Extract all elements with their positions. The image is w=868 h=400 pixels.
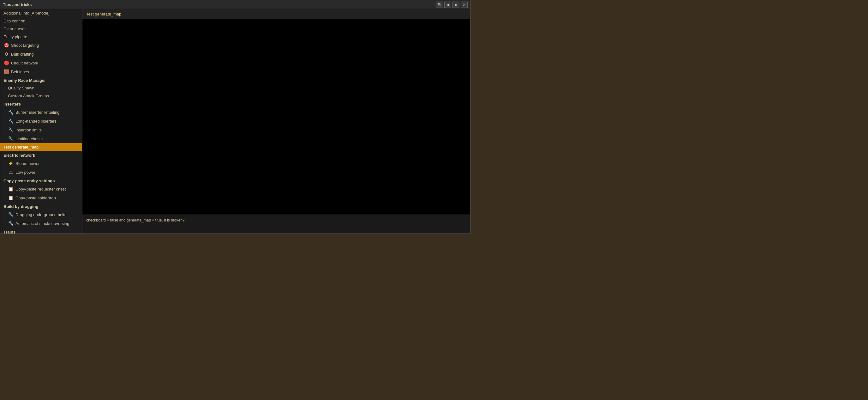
clear-cursor-label: Clear cursor (3, 27, 26, 31)
burner-inserter-icon: 🔧 (8, 109, 13, 115)
sidebar-item-dragging-underground[interactable]: 🔧Dragging underground belts (0, 210, 82, 219)
copy-paste-requester-icon: 📋 (8, 186, 13, 192)
sidebar-item-e-to-confirm[interactable]: E to confirm (0, 17, 82, 25)
content-main (83, 19, 470, 215)
sidebar-item-copy-paste-spidertron[interactable]: 📋Copy-paste spidertron (0, 193, 82, 202)
long-handed-inserters-icon: 🔧 (8, 118, 13, 124)
limiting-chests-icon: 🔧 (8, 136, 13, 142)
circuit-network-icon: 🔴 (3, 60, 9, 66)
circuit-network-label: Circuit network (11, 61, 38, 65)
sidebar-item-quality-spawn[interactable]: Quality Spawn (0, 84, 82, 92)
sidebar-item-low-power[interactable]: ⚠Low power (0, 168, 82, 177)
sidebar: Additional info (Alt-mode)E to confirmCl… (0, 9, 83, 233)
long-handed-inserters-label: Long-handed inserters (16, 119, 57, 123)
insertion-limits-icon: 🔧 (8, 127, 13, 133)
close-button[interactable]: ✕ (461, 2, 468, 8)
insertion-limits-label: Insertion limits (16, 127, 42, 133)
sidebar-item-steam-power[interactable]: ⚡Steam power (0, 159, 82, 168)
sidebar-category-inserters: Inserters (0, 100, 82, 108)
dragging-underground-label: Dragging underground belts (16, 212, 66, 217)
limiting-chests-label: Limiting chests (16, 137, 43, 141)
sidebar-category-electric-network: Electric network (0, 151, 82, 159)
belt-lanes-label: Belt lanes (11, 69, 29, 74)
sidebar-item-custom-attack-groups[interactable]: Custom Attack Groups (0, 92, 82, 100)
title-bar: Tips and tricks 🔍 ◀ ▶ ✕ (0, 0, 470, 9)
copy-paste-spidertron-icon: 📋 (8, 195, 13, 201)
steam-power-icon: ⚡ (8, 161, 13, 166)
window-controls: 🔍 ◀ ▶ ✕ (436, 2, 468, 8)
sidebar-item-insertion-limits[interactable]: 🔧Insertion limits (0, 125, 82, 134)
content-footer: checkboard = false and generate_map = tr… (83, 215, 470, 233)
window-title: Tips and tricks (3, 2, 32, 7)
quality-spawn-label: Quality Spawn (8, 86, 34, 90)
dragging-underground-icon: 🔧 (8, 212, 13, 218)
prev-button[interactable]: ◀ (444, 2, 451, 8)
entity-pipette-label: Entity pipette (3, 34, 27, 39)
belt-lanes-icon: 🟫 (3, 69, 9, 75)
sidebar-item-copy-paste-requester[interactable]: 📋Copy-paste requester chest (0, 184, 82, 193)
automatic-obstacle-icon: 🔧 (8, 221, 13, 226)
sidebar-category-copy-paste-entity: Copy-paste entity settings (0, 177, 82, 184)
sidebar-item-entity-pipette[interactable]: Entity pipette (0, 33, 82, 41)
sidebar-category-build-by-dragging: Build by dragging (0, 202, 82, 210)
bulk-crafting-icon: ⚙ (3, 51, 9, 57)
copy-paste-requester-label: Copy-paste requester chest (16, 187, 66, 192)
search-button[interactable]: 🔍 (436, 2, 443, 8)
sidebar-item-belt-lanes[interactable]: 🟫Belt lanes (0, 67, 82, 76)
low-power-icon: ⚠ (8, 169, 13, 175)
automatic-obstacle-label: Automatic obstacle traversing (16, 221, 69, 226)
sidebar-item-clear-cursor[interactable]: Clear cursor (0, 25, 82, 33)
bulk-crafting-label: Bulk crafting (11, 52, 34, 57)
sidebar-item-automatic-obstacle[interactable]: 🔧Automatic obstacle traversing (0, 219, 82, 228)
shoot-targeting-icon: 🎯 (3, 42, 9, 48)
next-button[interactable]: ▶ (453, 2, 459, 8)
low-power-label: Low power (16, 170, 35, 175)
content-area: Test generate_map checkboard = false and… (83, 9, 470, 233)
sidebar-category-trains: Trains (0, 228, 82, 233)
additional-info-label: Additional info (Alt-mode) (3, 11, 50, 16)
burner-inserter-label: Burner inserter refueling (16, 110, 59, 115)
sidebar-category-enemy-race-manager: Enemy Race Manager (0, 76, 82, 84)
test-generate-map-label: Test generate_map (3, 145, 38, 149)
copy-paste-spidertron-label: Copy-paste spidertron (16, 196, 56, 200)
sidebar-item-limiting-chests[interactable]: 🔧Limiting chests (0, 134, 82, 143)
shoot-targeting-label: Shoot targeting (11, 43, 39, 48)
sidebar-item-bulk-crafting[interactable]: ⚙Bulk crafting (0, 50, 82, 58)
sidebar-item-test-generate-map[interactable]: Test generate_map (0, 143, 82, 151)
sidebar-item-long-handed-inserters[interactable]: 🔧Long-handed inserters (0, 117, 82, 125)
custom-attack-groups-label: Custom Attack Groups (8, 93, 49, 98)
content-title: Test generate_map (83, 9, 470, 19)
sidebar-item-burner-inserter[interactable]: 🔧Burner inserter refueling (0, 108, 82, 117)
sidebar-item-shoot-targeting[interactable]: 🎯Shoot targeting (0, 41, 82, 50)
footer-text: checkboard = false and generate_map = tr… (86, 218, 185, 223)
steam-power-label: Steam power (16, 161, 40, 166)
tips-and-tricks-window: Tips and tricks 🔍 ◀ ▶ ✕ Additional info … (0, 0, 470, 234)
e-to-confirm-label: E to confirm (3, 19, 25, 23)
window-body: Additional info (Alt-mode)E to confirmCl… (0, 9, 470, 233)
sidebar-item-additional-info[interactable]: Additional info (Alt-mode) (0, 9, 82, 17)
sidebar-item-circuit-network[interactable]: 🔴Circuit network (0, 58, 82, 67)
